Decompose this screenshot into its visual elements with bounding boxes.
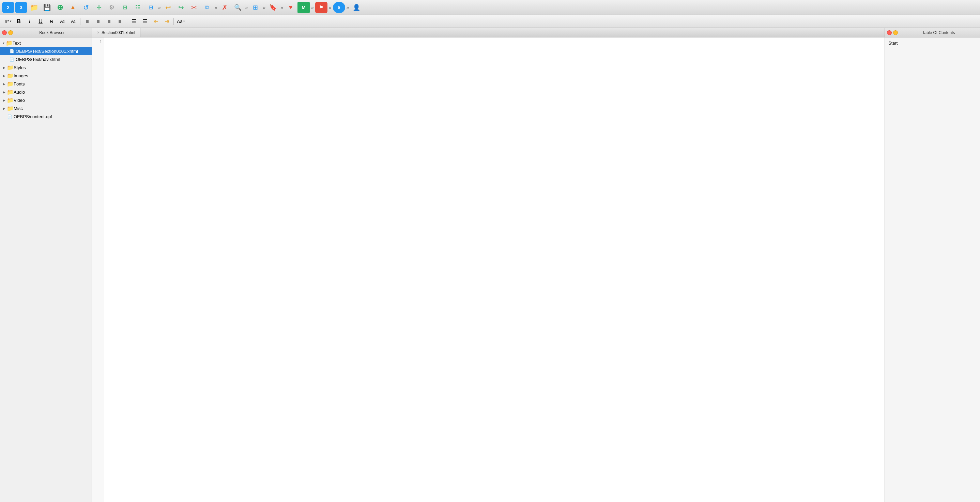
folder-icon: 📁 xyxy=(7,73,14,79)
plus-btn[interactable]: ✛ xyxy=(93,2,105,13)
btn-2[interactable]: 2 xyxy=(2,2,14,13)
tree-item-label: OEBPS/content.opf xyxy=(14,114,52,119)
bookmark-btn[interactable]: 🔖 xyxy=(267,2,279,13)
chevron-right-icon: ▶ xyxy=(3,106,5,110)
spell-btn[interactable]: ⊞ xyxy=(249,2,261,13)
redo-btn[interactable]: ↪ xyxy=(175,2,188,13)
overflow-7[interactable]: » xyxy=(328,5,332,10)
superscript-btn[interactable]: A2 xyxy=(68,17,78,26)
up-btn[interactable]: ▲ xyxy=(67,2,79,13)
tree-item-nav[interactable]: 📄 OEBPS/Text/nav.xhtml xyxy=(0,55,92,64)
toc-close-btn-yellow[interactable] xyxy=(893,30,898,35)
chevron-down-icon: ▾ xyxy=(3,41,5,45)
book-browser-tree: ▾ 📁 Text 📄 OEBPS/Text/Section0001.xhtml … xyxy=(0,38,92,502)
num6-btn[interactable]: 6 xyxy=(333,2,345,13)
editor-content[interactable] xyxy=(104,38,885,502)
save-btn[interactable]: 💾 xyxy=(41,2,53,13)
editor-area[interactable]: 1 xyxy=(92,38,885,502)
mail-btn[interactable]: M xyxy=(298,2,310,13)
font-selector[interactable]: Aa ▾ xyxy=(175,17,186,26)
folder-btn[interactable]: 📁 xyxy=(28,2,40,13)
strikethrough-btn[interactable]: S xyxy=(46,17,57,26)
copy-btn[interactable]: ⧉ xyxy=(201,2,213,13)
line-number-1: 1 xyxy=(92,39,102,45)
editor-tab[interactable]: ✕ Section0001.xhtml xyxy=(92,28,140,37)
tree-item-misc-folder[interactable]: ▶ 📁 Misc xyxy=(0,104,92,113)
close-btn-red[interactable] xyxy=(2,30,7,35)
undo-btn[interactable]: ↺ xyxy=(80,2,92,13)
editor-panel: ✕ Section0001.xhtml 1 xyxy=(92,28,885,502)
badge-btn[interactable]: ⚑ xyxy=(315,2,328,13)
tree-item-video-folder[interactable]: ▶ 📁 Video xyxy=(0,96,92,104)
heading-selector[interactable]: h* ▾ xyxy=(3,17,13,26)
tree-item-text-folder[interactable]: ▾ 📁 Text xyxy=(0,39,92,47)
cut-btn[interactable]: ✂ xyxy=(188,2,200,13)
chevron-right-icon: ▶ xyxy=(3,82,5,86)
tree-item-content-opf[interactable]: 📄 OEBPS/content.opf xyxy=(0,113,92,121)
tree-item-audio-folder[interactable]: ▶ 📁 Audio xyxy=(0,88,92,96)
fmt-divider-1 xyxy=(80,18,80,25)
subscript-btn[interactable]: A2 xyxy=(57,17,67,26)
add-btn[interactable]: ⊕ xyxy=(54,2,66,13)
layout3-btn[interactable]: ⊟ xyxy=(145,2,157,13)
indent-in-btn[interactable]: ⇥ xyxy=(162,17,172,26)
toc-item-label: Start xyxy=(888,41,897,46)
line-numbers: 1 xyxy=(92,38,104,502)
heart-btn[interactable]: ♥ xyxy=(285,2,297,13)
toc-item-start[interactable]: Start xyxy=(885,39,980,47)
bold-btn[interactable]: B xyxy=(14,17,24,26)
folder-icon: 📁 xyxy=(6,40,13,46)
indent-out-btn[interactable]: ⇤ xyxy=(151,17,161,26)
tree-item-fonts-folder[interactable]: ▶ 📁 Fonts xyxy=(0,80,92,88)
list-ol-btn[interactable]: ☰ xyxy=(140,17,150,26)
overflow-5[interactable]: » xyxy=(280,5,284,10)
btn-3[interactable]: 3 xyxy=(15,2,27,13)
tree-item-label: Fonts xyxy=(14,81,25,86)
tree-item-label: Audio xyxy=(14,90,25,95)
overflow-3[interactable]: » xyxy=(245,5,249,10)
tree-item-section0001[interactable]: 📄 OEBPS/Text/Section0001.xhtml xyxy=(0,47,92,55)
toc-title: Table Of Contents xyxy=(899,30,978,35)
underline-btn[interactable]: U xyxy=(35,17,46,26)
align-right-btn[interactable]: ≡ xyxy=(104,17,114,26)
align-justify-btn[interactable]: ≡ xyxy=(115,17,125,26)
tree-item-images-folder[interactable]: ▶ 📁 Images xyxy=(0,71,92,80)
folder-icon: 📁 xyxy=(7,64,14,71)
tree-item-label: Misc xyxy=(14,106,23,111)
overflow-4[interactable]: » xyxy=(262,5,266,10)
book-browser-title: Book Browser xyxy=(14,30,90,35)
user-btn[interactable]: 👤 xyxy=(350,2,363,13)
layout2-btn[interactable]: ☷ xyxy=(132,2,144,13)
book-browser-panel: Book Browser ▾ 📁 Text 📄 OEBPS/Text/Secti… xyxy=(0,28,92,502)
layout1-btn[interactable]: ⊞ xyxy=(119,2,131,13)
toc-content: Start xyxy=(885,38,980,502)
heading-chevron-icon: ▾ xyxy=(10,20,11,23)
file-icon: 📄 xyxy=(10,49,14,54)
gear-btn[interactable]: ⚙ xyxy=(106,2,118,13)
overflow-2[interactable]: » xyxy=(214,5,218,10)
italic-btn[interactable]: I xyxy=(24,17,35,26)
close-btn-yellow[interactable] xyxy=(8,30,13,35)
tab-label: Section0001.xhtml xyxy=(102,30,135,35)
tree-item-styles-folder[interactable]: ▶ 📁 Styles xyxy=(0,64,92,71)
heading-label: h* xyxy=(5,19,9,24)
overflow-8[interactable]: » xyxy=(346,5,350,10)
toc-close-btn-red[interactable] xyxy=(887,30,892,35)
search-btn[interactable]: 🔍 xyxy=(232,2,244,13)
tree-item-label: OEBPS/Text/Section0001.xhtml xyxy=(16,49,78,54)
fmt-divider-3 xyxy=(173,18,174,25)
undo2-btn[interactable]: ↩ xyxy=(162,2,175,13)
align-center-btn[interactable]: ≡ xyxy=(93,17,103,26)
list-ul-btn[interactable]: ☰ xyxy=(129,17,139,26)
tab-bar: ✕ Section0001.xhtml xyxy=(92,28,885,38)
chevron-right-icon: ▶ xyxy=(3,66,5,70)
tab-close-icon[interactable]: ✕ xyxy=(97,31,100,34)
fmt-divider-2 xyxy=(127,18,127,25)
file-icon: 📄 xyxy=(8,114,12,119)
overflow-6[interactable]: » xyxy=(310,5,315,10)
align-left-btn[interactable]: ≡ xyxy=(82,17,92,26)
cross-btn[interactable]: ✗ xyxy=(219,2,231,13)
file-icon: 📄 xyxy=(10,57,14,62)
overflow-1[interactable]: » xyxy=(158,5,162,10)
chevron-right-icon: ▶ xyxy=(3,74,5,78)
